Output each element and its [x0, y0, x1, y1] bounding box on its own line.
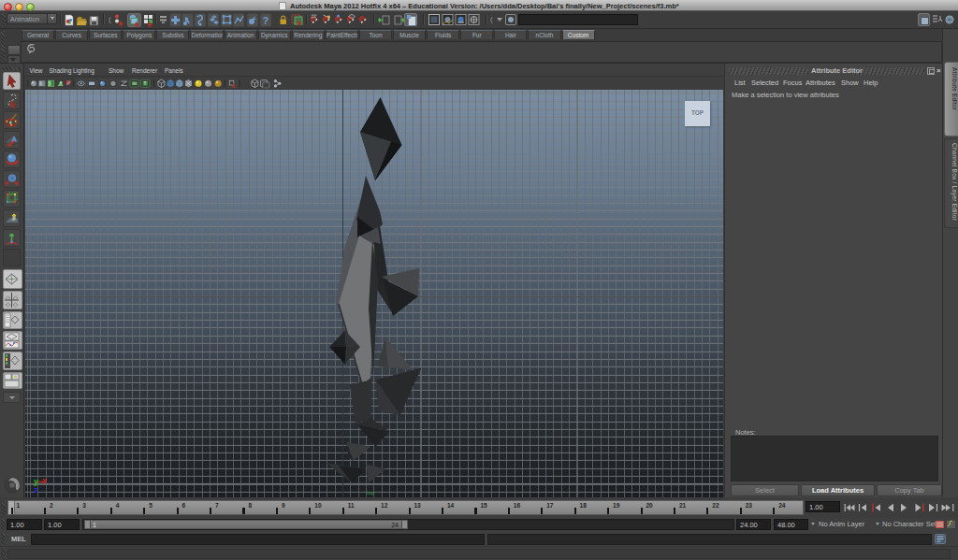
svg-text:T: T — [144, 81, 147, 86]
svg-text:x: x — [42, 477, 47, 485]
svg-text:z: z — [34, 485, 38, 495]
svg-text:?: ? — [263, 15, 269, 26]
